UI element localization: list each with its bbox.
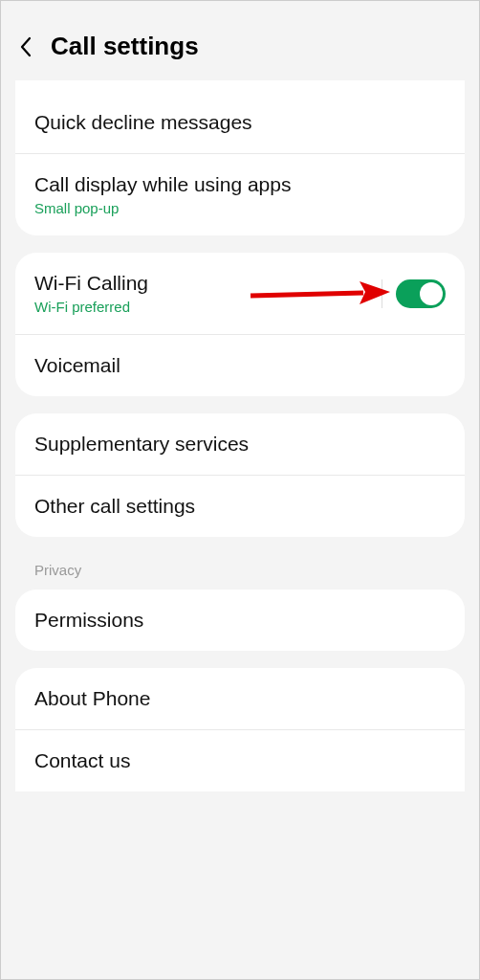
header: Call settings [15,12,465,80]
row-label: Wi-Fi Calling [34,272,148,295]
row-sub: Wi-Fi preferred [34,299,148,315]
row-permissions[interactable]: Permissions [15,590,465,651]
row-sub: Small pop-up [34,200,291,216]
back-icon[interactable] [15,36,36,57]
toggle-divider [382,279,382,308]
row-call-display[interactable]: Call display while using apps Small pop-… [15,154,465,235]
wifi-calling-toggle[interactable] [396,279,446,308]
row-label: Other call settings [34,495,195,518]
row-supplementary[interactable]: Supplementary services [15,413,465,476]
row-label: Call display while using apps [34,173,291,196]
settings-group-2: Wi-Fi Calling Wi-Fi preferred Voicemail [15,253,465,396]
row-other-call-settings[interactable]: Other call settings [15,476,465,537]
settings-group-3: Supplementary services Other call settin… [15,413,465,537]
row-voicemail[interactable]: Voicemail [15,335,465,396]
row-wifi-calling[interactable]: Wi-Fi Calling Wi-Fi preferred [15,253,465,335]
section-header-privacy: Privacy [15,554,465,590]
arrow-annotation [247,277,390,311]
settings-group-5: About Phone Contact us [15,668,465,791]
row-label: Contact us [34,749,130,772]
svg-line-0 [251,293,363,296]
row-contact-us[interactable]: Contact us [15,730,465,791]
settings-group-1: Answering and ending calls Quick decline… [15,80,465,235]
toggle-knob [420,282,443,305]
page-title: Call settings [51,32,199,61]
row-quick-decline[interactable]: Quick decline messages [15,92,465,154]
row-label: Voicemail [34,354,120,377]
row-about-phone[interactable]: About Phone [15,668,465,730]
row-label: Quick decline messages [34,111,252,134]
row-label: About Phone [34,687,150,710]
settings-group-4: Permissions [15,590,465,651]
row-label: Permissions [34,609,143,632]
row-label: Supplementary services [34,433,249,456]
